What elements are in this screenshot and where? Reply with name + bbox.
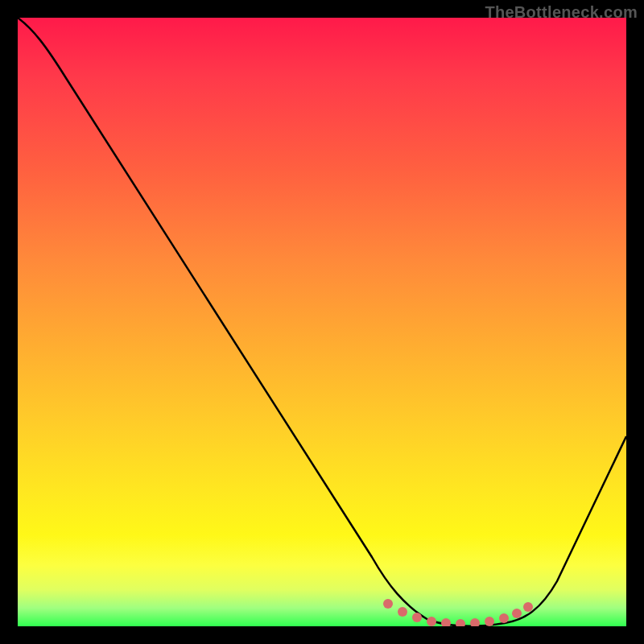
- svg-point-4: [441, 618, 451, 626]
- chart-container: TheBottleneck.com: [0, 0, 644, 644]
- curve-svg: [18, 18, 626, 626]
- svg-point-9: [512, 609, 522, 618]
- svg-point-1: [398, 607, 407, 617]
- svg-point-10: [523, 602, 533, 612]
- svg-point-0: [383, 599, 393, 609]
- svg-point-5: [456, 619, 465, 626]
- bottleneck-curve-line: [18, 18, 626, 626]
- svg-point-8: [499, 613, 509, 623]
- plot-area: [18, 18, 626, 626]
- svg-point-7: [485, 617, 494, 626]
- svg-point-2: [412, 613, 422, 622]
- svg-point-3: [427, 617, 436, 626]
- svg-point-6: [470, 618, 480, 626]
